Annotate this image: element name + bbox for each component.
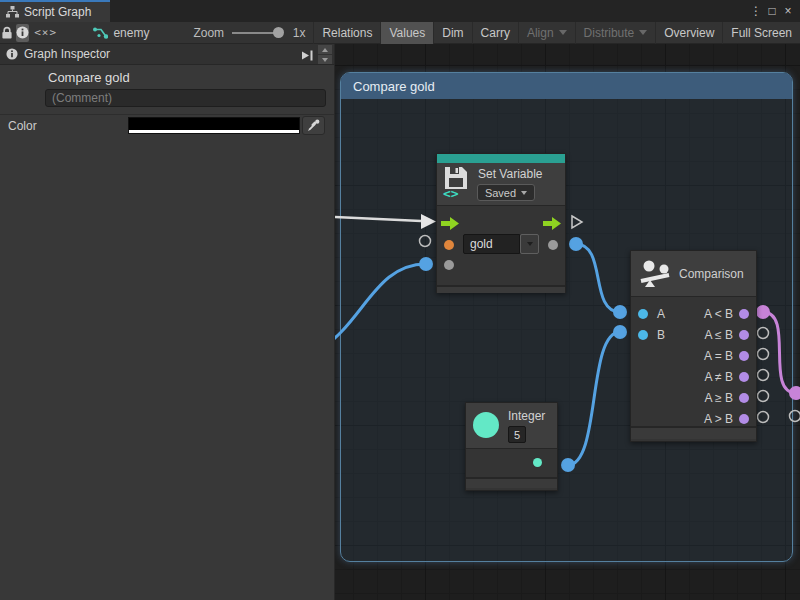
triangle-down-icon xyxy=(322,58,328,62)
lock-icon xyxy=(1,26,13,40)
window-close-icon[interactable]: × xyxy=(780,4,796,18)
connection-into-setvariable-value[interactable] xyxy=(335,264,426,352)
port-dot-input-a[interactable] xyxy=(638,309,648,319)
graph-node-icon xyxy=(92,26,108,40)
unconnected-port-setvariable-name[interactable] xyxy=(420,236,431,247)
comment-input[interactable] xyxy=(45,89,326,107)
port-dot-output-gte[interactable] xyxy=(739,393,749,403)
graph-toolbar: <×> enemy Zoom 1x Relations Values Dim C… xyxy=(0,22,800,44)
node-set-variable[interactable]: <> Set Variable Saved gold xyxy=(436,153,566,293)
toolbar-button-relations[interactable]: Relations xyxy=(313,22,380,44)
unconnected-port-comparison-neq[interactable] xyxy=(758,370,769,381)
connection-setvariable-to-comparison-a[interactable] xyxy=(576,244,620,312)
connection-integer-to-comparison-b[interactable] xyxy=(568,332,620,465)
graph-canvas[interactable]: Compare gold xyxy=(335,44,800,600)
port-dot-output-gt[interactable] xyxy=(739,414,749,424)
port-dot-output-lte[interactable] xyxy=(739,330,749,340)
graph-ref-label: enemy xyxy=(113,26,149,40)
code-preview-button[interactable]: <×> xyxy=(31,22,61,44)
color-swatch[interactable] xyxy=(128,117,300,134)
variable-scope-dropdown[interactable]: Saved xyxy=(477,184,535,201)
scroll-up-button[interactable] xyxy=(318,45,332,54)
graph-inspector-panel: Graph Inspector Compare gold Color xyxy=(0,44,335,600)
unconnected-port-comparison-gte[interactable] xyxy=(758,391,769,402)
port-dot-offscreen-node-in[interactable] xyxy=(789,386,800,400)
integer-value-input[interactable]: 5 xyxy=(508,426,526,443)
toolbar-button-carry[interactable]: Carry xyxy=(472,22,518,44)
node-title: Comparison xyxy=(679,267,744,281)
tab-bar: Script Graph ⋮ □ × xyxy=(0,0,800,22)
port-dot-integer-value-out[interactable] xyxy=(533,458,542,467)
tab-script-graph[interactable]: Script Graph xyxy=(0,0,110,22)
panel-title: Graph Inspector xyxy=(24,47,110,61)
node-accent-bar xyxy=(437,154,565,163)
toolbar-button-distribute[interactable]: Distribute xyxy=(575,22,656,44)
divider xyxy=(0,114,334,115)
port-dot-setvariable-value-in[interactable] xyxy=(419,257,433,271)
port-dot-output-eq[interactable] xyxy=(739,351,749,361)
port-dot-comparison-less-out[interactable] xyxy=(756,305,770,319)
port-dot-output-neq[interactable] xyxy=(739,372,749,382)
zoom-value: 1x xyxy=(293,26,306,40)
port-dot-comparison-b-in[interactable] xyxy=(613,325,627,339)
node-comparison[interactable]: Comparison A A < B B A ≤ B A = B A ≠ B xyxy=(630,250,757,442)
chevron-down-icon xyxy=(639,30,647,35)
unconnected-port-offscreen-node[interactable] xyxy=(790,411,800,422)
eyedropper-button[interactable] xyxy=(302,116,325,135)
info-icon xyxy=(6,48,18,60)
variable-name-dropdown-button[interactable] xyxy=(520,234,539,254)
flow-in-arrow-icon[interactable] xyxy=(441,217,459,230)
port-dot-integer-out[interactable] xyxy=(561,458,575,472)
output-label-gte: A ≥ B xyxy=(704,391,733,405)
unconnected-port-comparison-gt[interactable] xyxy=(758,412,769,423)
node-title: Set Variable xyxy=(478,167,542,181)
chevron-down-icon xyxy=(559,30,567,35)
flow-arrowhead-icon xyxy=(421,214,436,229)
output-label-neq: A ≠ B xyxy=(704,370,733,384)
balance-scale-icon xyxy=(638,259,672,289)
port-dot-setvariable-value-out[interactable] xyxy=(569,237,583,251)
flow-connection-incoming[interactable] xyxy=(335,217,421,221)
node-title: Integer xyxy=(508,409,545,423)
port-dot-output-less[interactable] xyxy=(739,309,749,319)
tab-title: Script Graph xyxy=(24,5,91,19)
script-graph-window: Script Graph ⋮ □ × <×> xyxy=(0,0,800,600)
flow-out-arrow-icon[interactable] xyxy=(543,217,561,230)
svg-text:<>: <> xyxy=(443,186,459,199)
scroll-down-button[interactable] xyxy=(318,55,332,64)
info-toggle-button[interactable] xyxy=(16,24,29,42)
output-label-eq: A = B xyxy=(704,349,733,363)
lock-button[interactable] xyxy=(0,22,14,44)
port-dot-value-in[interactable] xyxy=(444,260,454,270)
window-maximize-icon[interactable]: □ xyxy=(764,4,780,18)
graph-reference-breadcrumb[interactable]: enemy xyxy=(92,22,149,44)
output-label-less: A < B xyxy=(704,307,733,321)
port-dot-input-b[interactable] xyxy=(638,330,648,340)
chevron-down-icon xyxy=(527,242,533,246)
window-menu-icon[interactable]: ⋮ xyxy=(748,4,764,18)
unconnected-flow-out-triangle[interactable] xyxy=(572,216,582,228)
node-integer[interactable]: Integer 5 xyxy=(465,402,558,491)
port-dot-comparison-a-in[interactable] xyxy=(613,305,627,319)
toolbar-button-align[interactable]: Align xyxy=(518,22,575,44)
toolbar-button-dim[interactable]: Dim xyxy=(433,22,471,44)
unconnected-port-comparison-eq[interactable] xyxy=(758,349,769,360)
node-footer xyxy=(466,477,557,488)
unconnected-port-comparison-lte[interactable] xyxy=(758,328,769,339)
zoom-slider-handle[interactable] xyxy=(273,27,284,38)
floppy-disk-icon: <> xyxy=(442,165,470,199)
variable-name-dropdown[interactable]: gold xyxy=(463,234,520,254)
toolbar-button-values[interactable]: Values xyxy=(380,22,433,44)
zoom-slider[interactable] xyxy=(232,32,279,34)
port-dot-name-in[interactable] xyxy=(444,240,454,250)
toolbar-button-fullscreen[interactable]: Full Screen xyxy=(722,22,800,44)
toolbar-button-overview[interactable]: Overview xyxy=(655,22,722,44)
output-label-gt: A > B xyxy=(704,412,733,426)
dock-panel-icon[interactable] xyxy=(300,49,315,62)
alpha-bar xyxy=(129,130,299,133)
graph-hierarchy-icon xyxy=(6,6,19,18)
integer-type-icon xyxy=(473,412,499,438)
input-label-a: A xyxy=(657,307,665,321)
color-field-label: Color xyxy=(8,119,37,133)
port-dot-value-out[interactable] xyxy=(548,240,558,250)
